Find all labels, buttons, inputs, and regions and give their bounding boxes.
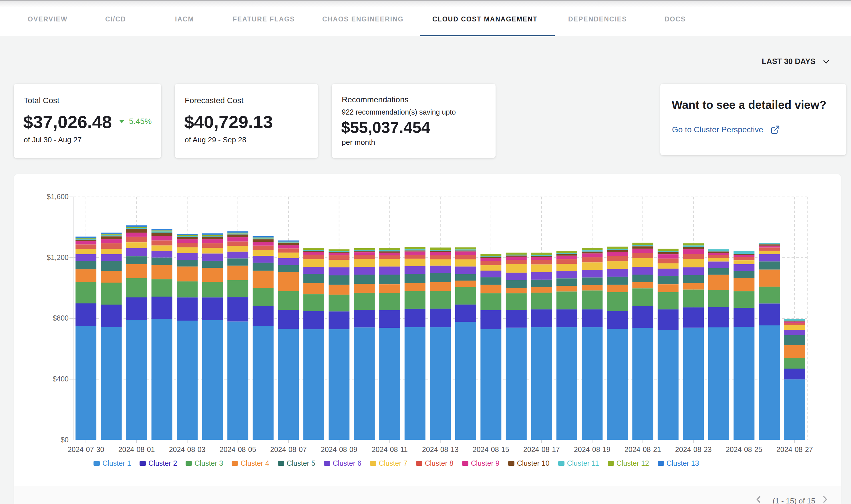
svg-text:2024-08-09: 2024-08-09 (321, 446, 358, 453)
svg-text:$1,200: $1,200 (47, 253, 69, 262)
svg-text:$1,600: $1,600 (47, 193, 69, 201)
svg-text:2024-08-27: 2024-08-27 (776, 446, 813, 453)
svg-text:2024-08-25: 2024-08-25 (726, 446, 762, 453)
svg-text:2024-08-15: 2024-08-15 (473, 446, 509, 453)
svg-text:$800: $800 (53, 314, 69, 322)
svg-text:2024-08-01: 2024-08-01 (118, 446, 155, 453)
svg-text:2024-08-13: 2024-08-13 (422, 446, 459, 453)
svg-text:2024-08-19: 2024-08-19 (574, 446, 610, 453)
svg-text:2024-08-05: 2024-08-05 (220, 446, 256, 453)
svg-text:$0: $0 (60, 436, 69, 444)
svg-text:2024-08-21: 2024-08-21 (625, 446, 661, 453)
svg-text:2024-08-03: 2024-08-03 (169, 446, 206, 453)
svg-text:2024-08-23: 2024-08-23 (675, 446, 712, 453)
svg-text:2024-07-30: 2024-07-30 (68, 446, 104, 453)
svg-text:$400: $400 (53, 375, 69, 383)
svg-text:2024-08-17: 2024-08-17 (523, 446, 560, 453)
svg-text:2024-08-07: 2024-08-07 (270, 446, 307, 453)
svg-text:2024-08-11: 2024-08-11 (372, 446, 408, 453)
